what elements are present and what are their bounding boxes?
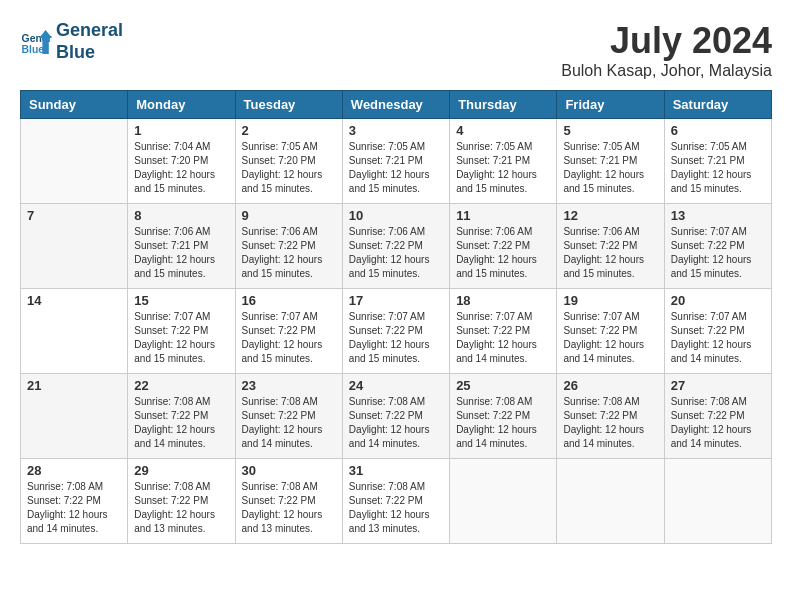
day-header-saturday: Saturday [664, 91, 771, 119]
day-number: 14 [27, 293, 121, 308]
calendar-cell: 14 [21, 289, 128, 374]
calendar-cell: 16Sunrise: 7:07 AMSunset: 7:22 PMDayligh… [235, 289, 342, 374]
day-number: 19 [563, 293, 657, 308]
calendar-cell: 23Sunrise: 7:08 AMSunset: 7:22 PMDayligh… [235, 374, 342, 459]
day-info: Sunrise: 7:08 AMSunset: 7:22 PMDaylight:… [563, 395, 657, 451]
day-number: 27 [671, 378, 765, 393]
calendar-cell: 24Sunrise: 7:08 AMSunset: 7:22 PMDayligh… [342, 374, 449, 459]
day-number: 22 [134, 378, 228, 393]
day-header-friday: Friday [557, 91, 664, 119]
day-number: 18 [456, 293, 550, 308]
day-number: 10 [349, 208, 443, 223]
calendar-cell: 21 [21, 374, 128, 459]
page-header: General Blue General Blue July 2024 Bulo… [20, 20, 772, 80]
day-info: Sunrise: 7:08 AMSunset: 7:22 PMDaylight:… [349, 480, 443, 536]
title-block: July 2024 Buloh Kasap, Johor, Malaysia [561, 20, 772, 80]
calendar-table: SundayMondayTuesdayWednesdayThursdayFrid… [20, 90, 772, 544]
day-info: Sunrise: 7:07 AMSunset: 7:22 PMDaylight:… [563, 310, 657, 366]
calendar-cell: 13Sunrise: 7:07 AMSunset: 7:22 PMDayligh… [664, 204, 771, 289]
logo-text: General Blue [56, 20, 123, 63]
day-info: Sunrise: 7:06 AMSunset: 7:22 PMDaylight:… [563, 225, 657, 281]
day-number: 23 [242, 378, 336, 393]
day-number: 5 [563, 123, 657, 138]
day-header-monday: Monday [128, 91, 235, 119]
calendar-cell: 8Sunrise: 7:06 AMSunset: 7:21 PMDaylight… [128, 204, 235, 289]
logo: General Blue General Blue [20, 20, 123, 63]
day-info: Sunrise: 7:07 AMSunset: 7:22 PMDaylight:… [671, 310, 765, 366]
day-number: 28 [27, 463, 121, 478]
day-info: Sunrise: 7:08 AMSunset: 7:22 PMDaylight:… [27, 480, 121, 536]
day-info: Sunrise: 7:08 AMSunset: 7:22 PMDaylight:… [242, 395, 336, 451]
calendar-cell: 18Sunrise: 7:07 AMSunset: 7:22 PMDayligh… [450, 289, 557, 374]
calendar-cell [557, 459, 664, 544]
day-number: 24 [349, 378, 443, 393]
day-header-thursday: Thursday [450, 91, 557, 119]
day-info: Sunrise: 7:06 AMSunset: 7:22 PMDaylight:… [349, 225, 443, 281]
day-number: 25 [456, 378, 550, 393]
day-info: Sunrise: 7:05 AMSunset: 7:21 PMDaylight:… [563, 140, 657, 196]
day-number: 1 [134, 123, 228, 138]
calendar-cell: 30Sunrise: 7:08 AMSunset: 7:22 PMDayligh… [235, 459, 342, 544]
week-row-3: 1415Sunrise: 7:07 AMSunset: 7:22 PMDayli… [21, 289, 772, 374]
calendar-cell: 9Sunrise: 7:06 AMSunset: 7:22 PMDaylight… [235, 204, 342, 289]
day-number: 31 [349, 463, 443, 478]
calendar-cell: 15Sunrise: 7:07 AMSunset: 7:22 PMDayligh… [128, 289, 235, 374]
week-row-4: 2122Sunrise: 7:08 AMSunset: 7:22 PMDayli… [21, 374, 772, 459]
logo-line2: Blue [56, 42, 123, 64]
day-number: 20 [671, 293, 765, 308]
day-number: 3 [349, 123, 443, 138]
calendar-cell: 26Sunrise: 7:08 AMSunset: 7:22 PMDayligh… [557, 374, 664, 459]
week-row-5: 28Sunrise: 7:08 AMSunset: 7:22 PMDayligh… [21, 459, 772, 544]
calendar-cell: 11Sunrise: 7:06 AMSunset: 7:22 PMDayligh… [450, 204, 557, 289]
day-number: 13 [671, 208, 765, 223]
calendar-cell: 3Sunrise: 7:05 AMSunset: 7:21 PMDaylight… [342, 119, 449, 204]
day-number: 7 [27, 208, 121, 223]
calendar-cell: 17Sunrise: 7:07 AMSunset: 7:22 PMDayligh… [342, 289, 449, 374]
calendar-cell [21, 119, 128, 204]
day-info: Sunrise: 7:05 AMSunset: 7:21 PMDaylight:… [349, 140, 443, 196]
calendar-cell: 5Sunrise: 7:05 AMSunset: 7:21 PMDaylight… [557, 119, 664, 204]
day-info: Sunrise: 7:07 AMSunset: 7:22 PMDaylight:… [671, 225, 765, 281]
day-info: Sunrise: 7:07 AMSunset: 7:22 PMDaylight:… [242, 310, 336, 366]
day-header-tuesday: Tuesday [235, 91, 342, 119]
day-number: 17 [349, 293, 443, 308]
day-header-wednesday: Wednesday [342, 91, 449, 119]
calendar-cell [664, 459, 771, 544]
day-number: 4 [456, 123, 550, 138]
day-info: Sunrise: 7:08 AMSunset: 7:22 PMDaylight:… [671, 395, 765, 451]
day-info: Sunrise: 7:05 AMSunset: 7:21 PMDaylight:… [671, 140, 765, 196]
day-number: 11 [456, 208, 550, 223]
month-title: July 2024 [561, 20, 772, 62]
day-number: 30 [242, 463, 336, 478]
day-info: Sunrise: 7:08 AMSunset: 7:22 PMDaylight:… [242, 480, 336, 536]
day-number: 29 [134, 463, 228, 478]
svg-text:Blue: Blue [22, 44, 45, 55]
header-row: SundayMondayTuesdayWednesdayThursdayFrid… [21, 91, 772, 119]
logo-icon: General Blue [20, 26, 52, 58]
day-number: 2 [242, 123, 336, 138]
calendar-cell: 1Sunrise: 7:04 AMSunset: 7:20 PMDaylight… [128, 119, 235, 204]
day-info: Sunrise: 7:08 AMSunset: 7:22 PMDaylight:… [349, 395, 443, 451]
day-info: Sunrise: 7:06 AMSunset: 7:22 PMDaylight:… [456, 225, 550, 281]
day-number: 12 [563, 208, 657, 223]
day-info: Sunrise: 7:05 AMSunset: 7:21 PMDaylight:… [456, 140, 550, 196]
calendar-cell: 31Sunrise: 7:08 AMSunset: 7:22 PMDayligh… [342, 459, 449, 544]
day-info: Sunrise: 7:08 AMSunset: 7:22 PMDaylight:… [134, 480, 228, 536]
calendar-cell: 2Sunrise: 7:05 AMSunset: 7:20 PMDaylight… [235, 119, 342, 204]
day-number: 15 [134, 293, 228, 308]
day-info: Sunrise: 7:06 AMSunset: 7:22 PMDaylight:… [242, 225, 336, 281]
day-info: Sunrise: 7:06 AMSunset: 7:21 PMDaylight:… [134, 225, 228, 281]
calendar-cell: 10Sunrise: 7:06 AMSunset: 7:22 PMDayligh… [342, 204, 449, 289]
day-info: Sunrise: 7:07 AMSunset: 7:22 PMDaylight:… [349, 310, 443, 366]
day-info: Sunrise: 7:07 AMSunset: 7:22 PMDaylight:… [456, 310, 550, 366]
week-row-1: 1Sunrise: 7:04 AMSunset: 7:20 PMDaylight… [21, 119, 772, 204]
calendar-cell: 20Sunrise: 7:07 AMSunset: 7:22 PMDayligh… [664, 289, 771, 374]
calendar-cell: 19Sunrise: 7:07 AMSunset: 7:22 PMDayligh… [557, 289, 664, 374]
day-info: Sunrise: 7:08 AMSunset: 7:22 PMDaylight:… [134, 395, 228, 451]
day-number: 6 [671, 123, 765, 138]
day-info: Sunrise: 7:07 AMSunset: 7:22 PMDaylight:… [134, 310, 228, 366]
day-number: 26 [563, 378, 657, 393]
day-header-sunday: Sunday [21, 91, 128, 119]
calendar-cell: 25Sunrise: 7:08 AMSunset: 7:22 PMDayligh… [450, 374, 557, 459]
calendar-cell: 4Sunrise: 7:05 AMSunset: 7:21 PMDaylight… [450, 119, 557, 204]
